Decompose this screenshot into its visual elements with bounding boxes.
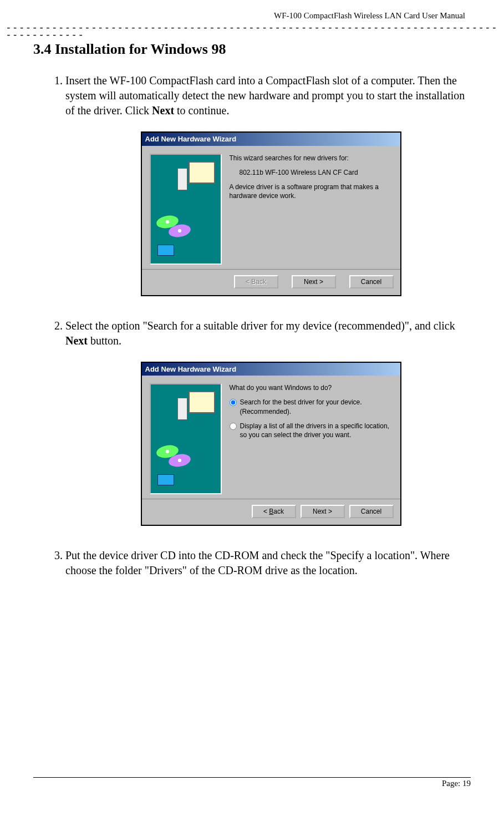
wizard-art-icon — [150, 154, 222, 265]
wizard-dialog-2: Add New Hardware Wizard What do you want… — [141, 362, 401, 526]
step-1-text-post: to continue. — [174, 104, 229, 116]
next-button[interactable]: Next > — [292, 275, 336, 288]
step-1-bold: Next — [152, 104, 174, 116]
wizard-2-titlebar: Add New Hardware Wizard — [142, 363, 400, 376]
wizard-1-line1: This wizard searches for new drivers for… — [230, 154, 393, 163]
cancel-button[interactable]: Cancel — [349, 505, 394, 518]
divider-line: ----------------------------------------… — [6, 24, 498, 38]
radio-search-best[interactable] — [230, 399, 237, 406]
step-1: Insert the WF-100 CompactFlash card into… — [65, 73, 498, 296]
running-head: WF-100 CompactFlash Wireless LAN Card Us… — [6, 11, 498, 21]
cancel-button[interactable]: Cancel — [349, 275, 394, 288]
back-button[interactable]: < Back — [252, 505, 296, 518]
step-3: Put the device driver CD into the CD-ROM… — [65, 548, 498, 578]
radio-display-list[interactable] — [230, 423, 237, 430]
step-3-text: Put the device driver CD into the CD-ROM… — [65, 549, 450, 576]
back-pre: < — [263, 508, 269, 515]
radio-search-best-label: Search for the best driver for your devi… — [240, 398, 393, 415]
steps-list: Insert the WF-100 CompactFlash card into… — [50, 73, 498, 578]
step-2-bold: Next — [65, 334, 88, 347]
back-post: ack — [273, 508, 284, 515]
wizard-1-titlebar: Add New Hardware Wizard — [142, 133, 400, 146]
page-footer: Page: 19 — [33, 777, 471, 788]
wizard-dialog-1: Add New Hardware Wizard This wizard sear… — [141, 131, 401, 296]
wizard-1-device: 802.11b WF-100 Wireless LAN CF Card — [240, 168, 393, 177]
step-2: Select the option "Search for a suitable… — [65, 318, 498, 526]
wizard-art-icon — [150, 383, 222, 494]
step-1-text-pre: Insert the WF-100 CompactFlash card into… — [65, 74, 465, 116]
back-button: < Back — [234, 275, 278, 288]
section-title: 3.4 Installation for Windows 98 — [33, 41, 498, 58]
next-button[interactable]: Next > — [301, 505, 345, 518]
radio-display-list-label: Display a list of all the drivers in a s… — [240, 422, 393, 439]
step-2-text-post: button. — [88, 334, 121, 347]
wizard-1-line2: A device driver is a software program th… — [230, 183, 393, 200]
step-2-text-pre: Select the option "Search for a suitable… — [65, 320, 455, 332]
page-number: Page: 19 — [33, 779, 471, 788]
footer-rule — [33, 777, 471, 778]
wizard-2-question: What do you want Windows to do? — [230, 383, 393, 392]
